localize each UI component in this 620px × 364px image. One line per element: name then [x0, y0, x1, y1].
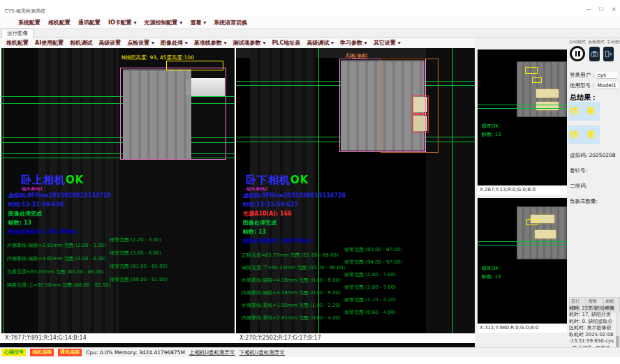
anode-tab-count-row: 负极耳数量: — [570, 198, 598, 205]
alarm-range: 报警范围:(94.00 - 97.00) — [344, 259, 402, 266]
menu-item[interactable]: 相机配置 — [48, 19, 71, 26]
camera-view-bottom[interactable]: AI检测框 卧下相机OK 输出条码2 虚拟码:0Ffline2025020813… — [236, 48, 475, 333]
camera-title: 卧下相机OK — [246, 174, 309, 187]
toolbar-item[interactable]: 学习参数 ▾ — [340, 39, 367, 47]
measurement-value: 内侧基线-隔膜=4.38mm 范围:(0.00 - 9.00) — [242, 290, 341, 296]
aux-overlay-text: 极耳OK帧数: 13 — [482, 265, 501, 282]
menu-item[interactable]: IO卡配置 ▾ — [108, 19, 137, 26]
log-scrollbar[interactable] — [616, 305, 619, 353]
control-panel: 自动模式点检模式手动模式 登录用户：cys 使用型号：Model1 总结果： — [568, 38, 620, 347]
measurement-value: 内侧基线-基线=2.61mm 范围:(0.60 - 4.00) — [242, 315, 341, 321]
login-user-value: cys — [596, 72, 617, 79]
toolbar-item[interactable]: 相机配置 — [6, 39, 29, 47]
aux-overlay-line: 帧数: 13 — [482, 131, 501, 139]
menu-item[interactable]: 系统配置 — [18, 19, 40, 26]
status-ok: OK — [66, 174, 84, 186]
measurement-row: 负极宽度=83.05mm 范围:(80.00 - 86.00) 报警范围:(81… — [7, 263, 233, 276]
lower-camera-status-link[interactable]: 下相机U盘检测异常 — [239, 349, 286, 356]
menu-item[interactable]: 光源控制配置 ▾ — [145, 19, 183, 26]
virtual-code-row: 虚拟码: 20250208 — [570, 152, 616, 159]
toolbar-item[interactable]: 点检设置 ▾ — [127, 39, 154, 47]
login-user-row: 登录用户：cys — [570, 72, 617, 79]
upper-camera-status-link[interactable]: 上相机U盘检测异常 — [189, 349, 235, 356]
toolbar-item[interactable]: 高级设置 — [98, 39, 121, 47]
time-line: 时间:13-31-59-650 — [8, 201, 64, 208]
model-label: 使用型号： — [570, 82, 596, 89]
elapsed-line: 图像处理耗时: 256.00ms — [8, 228, 77, 236]
baseline-line — [478, 241, 567, 242]
menu-item[interactable]: 系统语言切换 — [214, 19, 247, 26]
menu-bar: 系统配置相机配置通讯配置IO卡配置 ▾光源控制配置 ▾查看 ▾系统语言切换 — [0, 17, 620, 29]
model-value: Model1 — [596, 82, 618, 89]
aux-camera-view-2[interactable]: 极耳OK帧数: 13 — [478, 198, 567, 324]
comm-link-badge: 通讯连接 — [58, 349, 82, 356]
mode-tab[interactable]: 自动模式 — [569, 39, 586, 45]
ai-detect-label: AI检测框 — [346, 52, 368, 60]
process-done-line: 图像处理完成 — [243, 219, 276, 227]
camera-title: 卧上相机OK — [21, 174, 84, 187]
measurement-row: 外侧基线-隔膜=4.38mm 范围:(0.00 - 9.00) 报警范围:(2.… — [242, 271, 473, 284]
camera-view-top[interactable]: N拍照高度: 93, 45度高度:100 卧上相机OK 输出条码1 虚拟码:0F… — [1, 48, 235, 333]
aux-overlay-line: 极耳OK — [482, 123, 501, 131]
roi-rect-yellow — [532, 77, 542, 83]
toolbar-item[interactable]: 基准线参数 ▾ — [194, 39, 227, 47]
menu-item[interactable]: 通讯配置 — [78, 19, 101, 26]
measurement-value: 外侧基线-基线=1.90mm 范围:(1.00 - 2.20) — [242, 303, 341, 308]
status-bar: 心跳信号 相机连接 通讯连接 Cpu: 0.0% Memory: 3424.41… — [0, 347, 620, 357]
maximize-button[interactable]: ☐ — [598, 6, 605, 13]
window-title: CYS-视觉检测系统 — [5, 8, 45, 15]
tab-metal-image — [535, 230, 556, 238]
toolbar-item[interactable]: 相机调试 — [70, 39, 92, 47]
tab-metal-image — [536, 89, 559, 98]
alarm-range: 报警范围:(83.00 - 87.00) — [344, 246, 402, 253]
camera-icon — [591, 50, 598, 58]
mode-tab[interactable]: 手动模式 — [607, 39, 620, 45]
aux-camera-view-1[interactable]: 极耳OK帧数: 13 — [478, 50, 567, 185]
cpu-memory-text: Cpu: 0.0% Memory: 3424.41796875M — [86, 349, 185, 356]
toolbar-item[interactable]: 测试项参数 ▾ — [233, 39, 266, 47]
aux-overlay-text: 极耳OK帧数: 13 — [482, 123, 501, 139]
roi-rect-yellow — [525, 67, 538, 74]
pause-icon — [575, 51, 580, 56]
camera-capture-button[interactable] — [589, 47, 600, 61]
model-row: 使用型号：Model1 — [570, 82, 618, 89]
total-result-label: 总结果： — [570, 93, 598, 103]
pause-button[interactable] — [570, 46, 585, 61]
light-source-line: 光源A10(A): 166 — [243, 210, 292, 218]
toolbar-item[interactable]: AI使用配置 — [35, 39, 64, 47]
ai-detect-rect — [381, 59, 438, 153]
measurement-list: 正极宽度=83.77mm 范围:(82.00 - 88.00) 报警范围:(83… — [242, 246, 473, 321]
result-box: 结 果 — [568, 102, 600, 121]
toolbar-item[interactable]: 图像处理 ▾ — [161, 39, 188, 47]
application-window: CYS-视觉检测系统 — ☐ ✕ C 系统配置相机配置通讯配置IO卡配置 ▾光源… — [0, 0, 620, 364]
measurement-list: 外侧基线-隔膜=2.91mm 范围:(2.00 - 3.50) 报警范围:(2.… — [7, 236, 233, 289]
measurement-value: 负极宽度=83.05mm 范围:(80.00 - 86.00) — [7, 269, 104, 275]
frame-count-line: 帧数: 13 — [8, 219, 31, 227]
logout-button[interactable] — [603, 47, 614, 61]
alarm-range: 报警范围:(81.00 - 85.00) — [110, 263, 168, 270]
mode-tab[interactable]: 点检模式 — [588, 39, 605, 45]
coordinate-bar-aux1: X:267;Y:13;R:0;G:0;B:0 — [478, 185, 567, 195]
baseline-line — [478, 105, 567, 105]
toolbar-item[interactable]: PLC地址表 — [272, 39, 300, 47]
roi-rect-yellow — [166, 61, 223, 70]
aux-overlay-line: 帧数: 13 — [482, 273, 501, 282]
minimize-button[interactable]: — — [585, 6, 592, 13]
overlay-vertical-line — [3, 48, 3, 333]
alarm-range: 报警范围:(1.10 - 2.10) — [344, 296, 396, 303]
toolbar-item[interactable]: 其它设置 ▾ — [374, 39, 401, 47]
mode-tabs: 自动模式点检模式手动模式 — [569, 39, 620, 45]
result-boxes: 结 果结 果 — [568, 102, 600, 149]
baseline-line — [478, 245, 567, 245]
close-button[interactable]: ✕ — [610, 6, 617, 13]
measurement-value: 外侧基线-隔膜=4.38mm 范围:(0.00 - 9.00) — [242, 278, 341, 283]
tab-run-image[interactable]: 运行图像 — [1, 29, 34, 38]
result-box: 结 果 — [568, 126, 600, 144]
measurement-row: 隔膜宽度-上=90.56mm 范围:(88.00 - 92.00) 报警范围:(… — [7, 276, 233, 289]
toolbar-item[interactable]: 高级调试 ▾ — [307, 39, 334, 47]
menu-item[interactable]: 查看 ▾ — [190, 19, 206, 26]
time-line: 时间:13-31-59-627 — [243, 201, 298, 208]
measurement-row: 隔膜宽度-下=95.24mm 范围:(93.00 - 98.00) 报警范围:(… — [242, 259, 473, 271]
measurement-value: 正极宽度=83.77mm 范围:(82.00 - 88.00) — [242, 252, 339, 258]
status-ok: OK — [290, 174, 309, 186]
